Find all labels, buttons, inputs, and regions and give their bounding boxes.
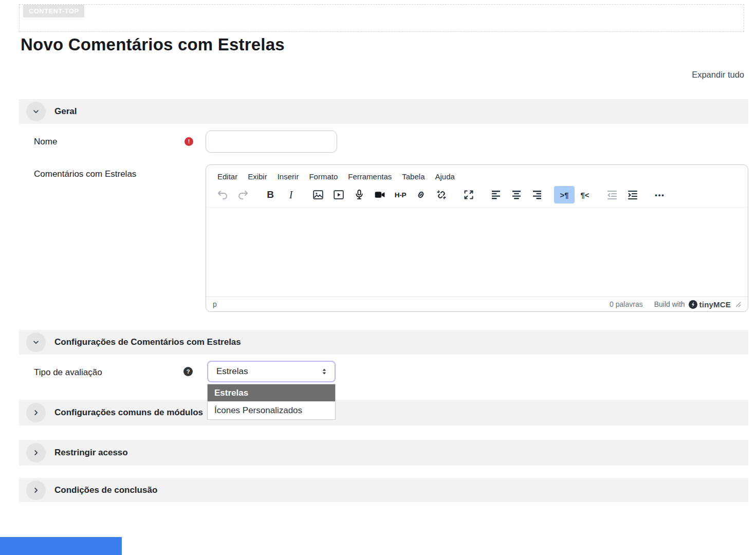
select-value: Estrelas <box>216 366 248 377</box>
rating-type-dropdown: Estrelas Ícones Personalizados <box>207 384 336 420</box>
ltr-button[interactable]: >¶ <box>554 186 575 203</box>
section-title: Configurações comuns de módulos <box>54 408 203 418</box>
align-right-button[interactable] <box>527 186 547 203</box>
rating-type-label: Tipo de avaliação <box>34 367 102 378</box>
editor-toolbar: B I H-P <box>206 183 748 208</box>
chevron-circle <box>26 102 46 121</box>
editor-content-area[interactable] <box>206 208 748 297</box>
rating-type-select[interactable]: Estrelas <box>207 361 336 382</box>
more-icon: ••• <box>655 191 665 199</box>
media-icon <box>333 189 345 201</box>
rtl-icon: ¶< <box>580 191 589 199</box>
dropdown-option-icones[interactable]: Ícones Personalizados <box>208 401 335 419</box>
rtl-button[interactable]: ¶< <box>575 186 595 203</box>
more-toolbar-button[interactable]: ••• <box>650 186 670 203</box>
content-top-region: CONTENT-TOP <box>19 4 744 32</box>
resize-handle[interactable] <box>735 302 741 307</box>
align-center-button[interactable] <box>506 186 527 203</box>
required-icon: ! <box>185 137 193 146</box>
section-title: Condições de conclusão <box>54 485 157 495</box>
editor-statusbar: p 0 palavras Build with tinyMCE <box>206 297 748 311</box>
name-input[interactable] <box>206 131 337 153</box>
chevron-circle <box>26 403 46 422</box>
h5p-icon: H-P <box>395 191 406 199</box>
section-title: Restringir acesso <box>54 448 128 458</box>
menu-exibir[interactable]: Exibir <box>243 170 272 183</box>
ltr-icon: >¶ <box>560 191 568 199</box>
italic-button[interactable]: I <box>281 186 301 203</box>
outdent-button[interactable] <box>602 186 622 203</box>
outdent-icon <box>606 189 618 201</box>
chevron-circle <box>26 332 46 352</box>
fullscreen-button[interactable] <box>458 186 479 203</box>
tinymce-brand-label[interactable]: tinyMCE <box>699 300 731 309</box>
unlink-button[interactable] <box>431 186 452 203</box>
dropdown-option-estrelas[interactable]: Estrelas <box>208 384 335 401</box>
image-icon <box>312 189 324 201</box>
chevron-right-icon <box>32 486 40 494</box>
record-video-button[interactable] <box>370 186 390 203</box>
chevron-down-icon <box>32 338 40 346</box>
unlink-icon <box>435 189 448 201</box>
page-title: Novo Comentários com Estrelas <box>21 35 285 54</box>
element-path[interactable]: p <box>213 300 217 308</box>
chevron-circle <box>26 443 46 462</box>
region-badge: CONTENT-TOP <box>23 5 84 17</box>
menu-tabela[interactable]: Tabela <box>397 170 430 183</box>
help-icon[interactable]: ? <box>183 367 193 376</box>
italic-icon: I <box>289 189 293 201</box>
menu-ajuda[interactable]: Ajuda <box>430 170 459 183</box>
select-arrows-icon <box>320 367 328 376</box>
section-header-comuns[interactable]: Configurações comuns de módulos <box>19 400 748 425</box>
chevron-circle <box>26 480 46 500</box>
insert-link-button[interactable] <box>411 186 431 203</box>
chevron-down-icon <box>32 107 40 116</box>
microphone-icon <box>353 189 365 201</box>
build-with-label: Build with <box>654 300 685 308</box>
word-count: 0 palavras <box>610 300 643 308</box>
fullscreen-icon <box>463 189 475 201</box>
page: CONTENT-TOP Novo Comentários com Estrela… <box>0 0 756 555</box>
indent-icon <box>626 189 639 201</box>
section-header-configuracoes[interactable]: Configurações de Comentários com Estrela… <box>19 330 748 355</box>
align-left-icon <box>490 189 502 201</box>
menu-formato[interactable]: Formato <box>304 170 343 183</box>
rich-text-editor: Editar Exibir Inserir Formato Ferramenta… <box>206 164 748 312</box>
tinymce-logo-icon[interactable] <box>689 300 697 309</box>
editor-menubar: Editar Exibir Inserir Formato Ferramenta… <box>206 165 748 183</box>
bottom-accent-bar <box>0 537 122 555</box>
redo-button[interactable] <box>233 186 253 203</box>
menu-ferramentas[interactable]: Ferramentas <box>343 170 397 183</box>
video-camera-icon <box>374 189 386 201</box>
section-title: Configurações de Comentários com Estrela… <box>54 337 241 347</box>
chevron-right-icon <box>32 449 40 457</box>
section-header-conclusao[interactable]: Condições de conclusão <box>19 478 748 502</box>
menu-editar[interactable]: Editar <box>212 170 243 183</box>
align-left-button[interactable] <box>486 186 506 203</box>
redo-icon <box>237 189 249 201</box>
chevron-right-icon <box>32 409 40 417</box>
align-right-icon <box>531 189 543 201</box>
insert-image-button[interactable] <box>308 186 328 203</box>
align-center-icon <box>510 189 523 201</box>
section-title: Geral <box>54 106 77 117</box>
link-icon <box>415 189 427 201</box>
bold-icon: B <box>267 189 274 200</box>
insert-media-button[interactable] <box>328 186 349 203</box>
menu-inserir[interactable]: Inserir <box>272 170 304 183</box>
section-header-geral[interactable]: Geral <box>19 99 748 124</box>
expand-all-link[interactable]: Expandir tudo <box>692 70 744 80</box>
name-label: Nome <box>34 137 57 147</box>
h5p-button[interactable]: H-P <box>390 186 411 203</box>
bold-button[interactable]: B <box>260 186 281 203</box>
undo-button[interactable] <box>212 186 233 203</box>
indent-button[interactable] <box>622 186 643 203</box>
comments-label: Comentários com Estrelas <box>34 169 136 179</box>
undo-icon <box>216 189 229 201</box>
section-header-restringir[interactable]: Restringir acesso <box>19 440 748 466</box>
record-audio-button[interactable] <box>349 186 370 203</box>
